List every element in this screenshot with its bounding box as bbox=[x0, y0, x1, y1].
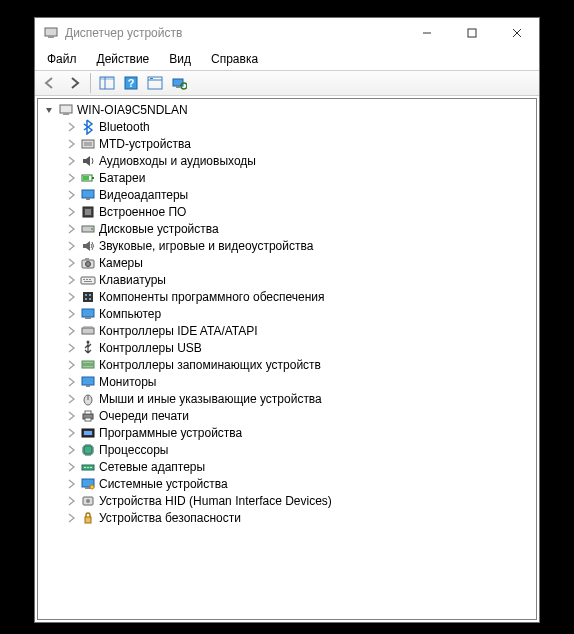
tree-node[interactable]: Аудиовходы и аудиовыходы bbox=[38, 152, 536, 169]
tree-node[interactable]: Мониторы bbox=[38, 373, 536, 390]
chevron-right-icon[interactable] bbox=[64, 222, 78, 236]
softdev-icon bbox=[80, 425, 96, 441]
svg-rect-18 bbox=[63, 113, 69, 115]
chevron-right-icon[interactable] bbox=[64, 290, 78, 304]
svg-rect-33 bbox=[81, 277, 95, 284]
tree-node-label: Мониторы bbox=[99, 375, 156, 389]
device-tree[interactable]: WIN-OIA9C5NDLAN BluetoothMTD-устройстваА… bbox=[37, 98, 537, 620]
tree-node[interactable]: Камеры bbox=[38, 254, 536, 271]
menubar: Файл Действие Вид Справка bbox=[35, 48, 539, 70]
menu-file[interactable]: Файл bbox=[39, 50, 85, 68]
tree-node[interactable]: Системные устройства bbox=[38, 475, 536, 492]
tree-node[interactable]: Устройства безопасности bbox=[38, 509, 536, 526]
help-button[interactable]: ? bbox=[120, 72, 142, 94]
svg-rect-35 bbox=[86, 279, 88, 280]
svg-rect-24 bbox=[82, 190, 94, 198]
tree-node[interactable]: Встроенное ПО bbox=[38, 203, 536, 220]
print-icon bbox=[80, 408, 96, 424]
tree-node[interactable]: Батареи bbox=[38, 169, 536, 186]
chevron-right-icon[interactable] bbox=[64, 154, 78, 168]
tree-root-node[interactable]: WIN-OIA9C5NDLAN bbox=[38, 101, 536, 118]
chevron-right-icon[interactable] bbox=[64, 205, 78, 219]
menu-view[interactable]: Вид bbox=[161, 50, 199, 68]
tree-node-label: Программные устройства bbox=[99, 426, 242, 440]
svg-rect-48 bbox=[82, 365, 94, 368]
svg-point-42 bbox=[89, 298, 91, 300]
tree-node[interactable]: Звуковые, игровые и видеоустройства bbox=[38, 237, 536, 254]
tree-node-label: Аудиовходы и аудиовыходы bbox=[99, 154, 256, 168]
menu-help[interactable]: Справка bbox=[203, 50, 266, 68]
show-hide-tree-button[interactable] bbox=[96, 72, 118, 94]
chevron-right-icon[interactable] bbox=[64, 341, 78, 355]
tree-node[interactable]: Видеоадаптеры bbox=[38, 186, 536, 203]
minimize-button[interactable] bbox=[404, 18, 449, 48]
tree-node[interactable]: Компьютер bbox=[38, 305, 536, 322]
chevron-right-icon[interactable] bbox=[64, 358, 78, 372]
chevron-right-icon[interactable] bbox=[64, 120, 78, 134]
scan-hardware-button[interactable] bbox=[168, 72, 190, 94]
chevron-right-icon[interactable] bbox=[64, 460, 78, 474]
tree-node[interactable]: Контроллеры USB bbox=[38, 339, 536, 356]
tree-node[interactable]: Сетевые адаптеры bbox=[38, 458, 536, 475]
chevron-down-icon[interactable] bbox=[42, 103, 56, 117]
tree-node-label: Системные устройства bbox=[99, 477, 228, 491]
tree-node[interactable]: Контроллеры IDE ATA/ATAPI bbox=[38, 322, 536, 339]
chevron-right-icon[interactable] bbox=[64, 188, 78, 202]
tree-node[interactable]: Процессоры bbox=[38, 441, 536, 458]
svg-rect-17 bbox=[60, 105, 72, 113]
svg-rect-1 bbox=[48, 36, 54, 38]
chevron-right-icon[interactable] bbox=[64, 494, 78, 508]
storage-icon bbox=[80, 357, 96, 373]
tree-node-label: Встроенное ПО bbox=[99, 205, 186, 219]
chevron-right-icon[interactable] bbox=[64, 256, 78, 270]
svg-rect-49 bbox=[82, 377, 94, 385]
forward-button[interactable] bbox=[63, 72, 85, 94]
svg-rect-60 bbox=[84, 467, 86, 468]
svg-rect-55 bbox=[85, 418, 91, 421]
tree-node[interactable]: Очереди печати bbox=[38, 407, 536, 424]
chevron-right-icon[interactable] bbox=[64, 443, 78, 457]
close-button[interactable] bbox=[494, 18, 539, 48]
chevron-right-icon[interactable] bbox=[64, 392, 78, 406]
chevron-right-icon[interactable] bbox=[64, 409, 78, 423]
svg-point-31 bbox=[86, 261, 91, 266]
chevron-right-icon[interactable] bbox=[64, 239, 78, 253]
audio-icon bbox=[80, 153, 96, 169]
tree-node[interactable]: Компоненты программного обеспечения bbox=[38, 288, 536, 305]
properties-button[interactable] bbox=[144, 72, 166, 94]
tree-node[interactable]: Контроллеры запоминающих устройств bbox=[38, 356, 536, 373]
svg-rect-62 bbox=[90, 467, 92, 468]
tree-node[interactable]: Программные устройства bbox=[38, 424, 536, 441]
chevron-right-icon[interactable] bbox=[64, 137, 78, 151]
menu-action[interactable]: Действие bbox=[89, 50, 158, 68]
tree-node-label: Компоненты программного обеспечения bbox=[99, 290, 325, 304]
tree-node-label: Процессоры bbox=[99, 443, 169, 457]
tree-node-label: Звуковые, игровые и видеоустройства bbox=[99, 239, 313, 253]
maximize-button[interactable] bbox=[449, 18, 494, 48]
toolbar: ? bbox=[35, 70, 539, 96]
tree-node[interactable]: Клавиатуры bbox=[38, 271, 536, 288]
sound-icon bbox=[80, 238, 96, 254]
ide-icon bbox=[80, 323, 96, 339]
tree-node[interactable]: Мыши и иные указывающие устройства bbox=[38, 390, 536, 407]
tree-node[interactable]: Дисковые устройства bbox=[38, 220, 536, 237]
chevron-right-icon[interactable] bbox=[64, 307, 78, 321]
tree-node[interactable]: Устройства HID (Human Interface Devices) bbox=[38, 492, 536, 509]
chevron-right-icon[interactable] bbox=[64, 324, 78, 338]
tree-node[interactable]: MTD-устройства bbox=[38, 135, 536, 152]
chevron-right-icon[interactable] bbox=[64, 511, 78, 525]
back-button[interactable] bbox=[39, 72, 61, 94]
device-manager-window: Диспетчер устройств Файл Действие Вид Сп… bbox=[34, 17, 540, 623]
svg-rect-23 bbox=[83, 176, 89, 180]
chevron-right-icon[interactable] bbox=[64, 171, 78, 185]
svg-rect-57 bbox=[84, 431, 92, 435]
chevron-right-icon[interactable] bbox=[64, 273, 78, 287]
tree-node[interactable]: Bluetooth bbox=[38, 118, 536, 135]
firmware-icon bbox=[80, 204, 96, 220]
titlebar[interactable]: Диспетчер устройств bbox=[35, 18, 539, 48]
chevron-right-icon[interactable] bbox=[64, 375, 78, 389]
cpu-icon bbox=[80, 442, 96, 458]
chevron-right-icon[interactable] bbox=[64, 477, 78, 491]
svg-point-29 bbox=[91, 228, 93, 230]
chevron-right-icon[interactable] bbox=[64, 426, 78, 440]
